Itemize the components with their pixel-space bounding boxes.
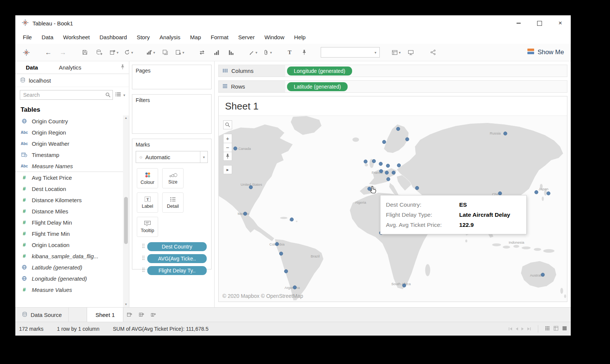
map-mark[interactable] xyxy=(397,127,400,130)
scrollbar-thumb[interactable] xyxy=(124,197,128,244)
pill-flight-delay-ty[interactable]: Flight Delay Ty.. xyxy=(147,266,207,275)
map-zoom-in-button[interactable]: + xyxy=(223,134,232,143)
label-button[interactable]: TLabel xyxy=(137,192,158,213)
field-measure-values[interactable]: #Measure Values xyxy=(15,284,123,295)
map-mark[interactable] xyxy=(392,171,395,174)
menu-worksheet[interactable]: Worksheet xyxy=(58,31,95,44)
previous-page-icon[interactable] xyxy=(515,326,518,332)
minimize-button[interactable] xyxy=(508,15,529,31)
menu-server[interactable]: Server xyxy=(233,31,259,44)
map-view[interactable]: CanadaUnited StatesMexicoColombiaBrazilA… xyxy=(219,115,567,302)
show-filmstrip-icon[interactable] xyxy=(554,326,558,332)
swap-rows-columns-button[interactable] xyxy=(196,46,207,58)
tableau-logo-button[interactable] xyxy=(21,46,32,58)
field-flight-delay-min[interactable]: #Flight Delay Min xyxy=(15,217,123,228)
field-measure-names[interactable]: AbcMeasure Names xyxy=(15,160,123,172)
mark-type-dropdown[interactable]: ○ Automatic ▾ xyxy=(136,151,208,163)
pill-avg-avg-ticke[interactable]: AVG(Avg Ticke.. xyxy=(147,254,207,263)
menu-dashboard[interactable]: Dashboard xyxy=(95,31,132,44)
tooltip-button[interactable]: Tooltip xyxy=(137,217,158,237)
pill-dest-country[interactable]: Dest Country xyxy=(147,242,207,251)
caret-down-icon[interactable]: ▾ xyxy=(131,50,133,55)
rows-shelf[interactable]: Rows Latitude (generated) xyxy=(218,80,567,93)
map-mark[interactable] xyxy=(243,212,247,215)
pill-latitude-generated[interactable]: Latitude (generated) xyxy=(287,82,348,91)
map-mark[interactable] xyxy=(498,192,502,195)
field-longitude-generated[interactable]: Longitude (generated) xyxy=(15,273,123,284)
menu-format[interactable]: Format xyxy=(206,31,234,44)
menu-help[interactable]: Help xyxy=(289,31,311,44)
map-mark[interactable] xyxy=(379,169,383,173)
map-mark[interactable] xyxy=(534,191,538,194)
tab-analytics[interactable]: Analytics xyxy=(49,61,92,74)
connection-localhost[interactable]: localhost xyxy=(15,74,129,87)
map-mark[interactable] xyxy=(385,171,388,174)
map-mark[interactable] xyxy=(415,186,419,189)
sort-ascending-button[interactable] xyxy=(211,46,222,58)
caret-down-icon[interactable]: ▾ xyxy=(117,50,118,55)
map-mark[interactable] xyxy=(386,164,389,167)
first-page-icon[interactable] xyxy=(508,326,513,332)
map-mark[interactable] xyxy=(364,160,367,163)
map-mark[interactable] xyxy=(503,132,507,135)
redo-button[interactable]: → xyxy=(57,46,68,58)
show-mark-labels-button[interactable]: T xyxy=(284,46,295,58)
columns-shelf[interactable]: Columns Longitude (generated) xyxy=(218,65,567,77)
run-auto-updates-button[interactable]: ▾ xyxy=(123,46,134,58)
map-mark[interactable] xyxy=(275,242,278,246)
field-options-caret-icon[interactable]: ▾ xyxy=(123,93,125,97)
sort-descending-button[interactable] xyxy=(225,46,237,58)
presentation-mode-button[interactable] xyxy=(405,46,416,58)
map-mark[interactable] xyxy=(397,164,401,167)
duplicate-sheet-button[interactable] xyxy=(160,46,171,58)
show-me-button[interactable]: Show Me xyxy=(527,48,564,56)
show-hide-cards-button[interactable]: ▾ xyxy=(391,46,402,58)
map-mark[interactable] xyxy=(234,147,237,150)
tab-data-source[interactable]: Data Source xyxy=(15,308,69,322)
scroll-up-icon[interactable]: ▲ xyxy=(124,115,127,121)
field-origin-country[interactable]: Origin Country xyxy=(15,115,123,127)
map-mark[interactable] xyxy=(284,269,288,273)
menu-file[interactable]: File xyxy=(18,31,37,44)
next-page-icon[interactable] xyxy=(521,326,524,332)
map-mark[interactable] xyxy=(403,284,406,287)
map-search-button[interactable] xyxy=(223,120,232,129)
field-flight-time-min[interactable]: #Flight Time Min xyxy=(15,228,123,239)
new-worksheet-tab-button[interactable] xyxy=(123,308,135,322)
size-button[interactable]: Size xyxy=(162,168,184,188)
view-as-list-icon[interactable] xyxy=(115,92,121,98)
field-dest-location[interactable]: #Dest Location xyxy=(15,183,123,194)
map-mark[interactable] xyxy=(386,178,390,181)
map-mark[interactable] xyxy=(541,273,545,276)
show-sheets-grid-icon[interactable] xyxy=(545,326,550,332)
map-zoom-out-button[interactable]: − xyxy=(223,143,232,152)
map-mark[interactable] xyxy=(293,286,296,289)
colour-button[interactable]: Colour xyxy=(137,168,158,188)
field-latitude-generated[interactable]: Latitude (generated) xyxy=(15,262,123,273)
show-sheet-icon[interactable] xyxy=(562,326,567,332)
map-mark[interactable] xyxy=(249,185,252,189)
new-data-source-button[interactable] xyxy=(94,46,105,58)
map-mark[interactable] xyxy=(406,138,409,141)
tab-data[interactable]: Data xyxy=(15,61,49,74)
field-origin-location[interactable]: #Origin Location xyxy=(15,239,123,250)
fix-axes-button[interactable] xyxy=(299,46,310,58)
new-worksheet-button[interactable]: ▾ xyxy=(108,46,120,58)
pages-shelf[interactable]: Pages xyxy=(132,65,212,89)
menu-story[interactable]: Story xyxy=(132,31,155,44)
map-mark[interactable] xyxy=(379,162,382,166)
new-dashboard-button[interactable]: ▾ xyxy=(145,46,156,58)
maximize-button[interactable] xyxy=(529,15,550,31)
last-page-icon[interactable] xyxy=(527,326,531,332)
tab-sheet-1[interactable]: Sheet 1 xyxy=(87,308,123,322)
caret-down-icon[interactable]: ▾ xyxy=(153,50,155,55)
map-pin-button[interactable] xyxy=(223,152,232,161)
search-input[interactable] xyxy=(20,90,113,100)
pill-longitude-generated[interactable]: Longitude (generated) xyxy=(287,67,352,75)
field-distance-kilometers[interactable]: #Distance Kilometers xyxy=(15,194,123,206)
field-avg-ticket-price[interactable]: #Avg Ticket Price xyxy=(15,172,123,183)
new-story-tab-button[interactable] xyxy=(147,308,159,322)
clear-sheet-button[interactable]: ▾ xyxy=(174,46,185,58)
fields-scrollbar[interactable]: ▲ ▼ xyxy=(123,115,129,307)
fit-dropdown[interactable]: ▾ xyxy=(321,47,380,58)
